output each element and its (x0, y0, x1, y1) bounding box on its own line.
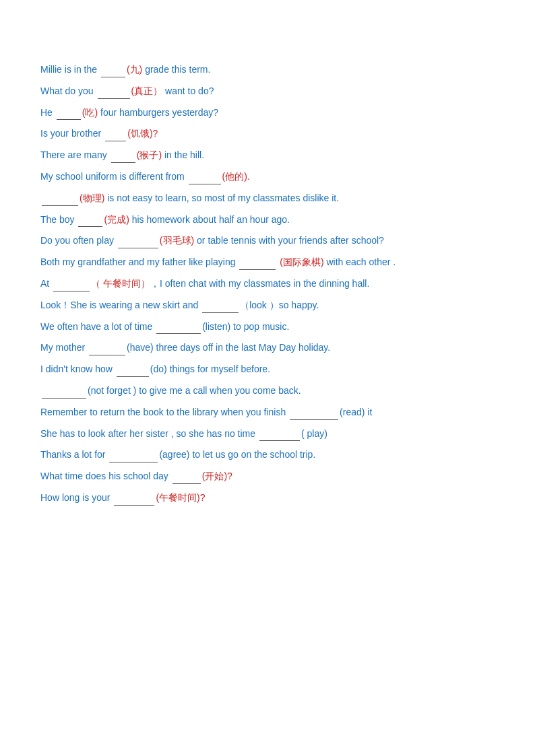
fill-blank[interactable] (101, 61, 125, 77)
fill-blank[interactable] (98, 82, 130, 99)
line-text: She has to look after her sister , so sh… (40, 428, 258, 439)
line-text: Remember to return the book to the libra… (40, 407, 288, 417)
fill-blank[interactable] (105, 125, 126, 141)
line-text: grade this term. (142, 64, 210, 75)
exercise-line-16: (not forget ) to give me a call when you… (40, 382, 495, 399)
line-text: (猴子) (137, 149, 162, 160)
line-text: He (40, 107, 55, 118)
fill-blank[interactable] (156, 318, 201, 335)
line-text: ( play) (301, 428, 327, 439)
line-text: The boy (40, 214, 77, 225)
exercise-line-5: There are many (猴子) in the hill. (40, 146, 495, 164)
line-text: At (40, 278, 52, 289)
fill-blank[interactable] (202, 296, 239, 313)
line-text: Do you often play (40, 235, 117, 246)
line-text: How long is your (40, 492, 113, 503)
exercise-line-3: He (吃) four hamburgers yesterday? (40, 104, 495, 121)
exercise-line-12: Look！She is wearing a new skirt and （loo… (40, 296, 495, 314)
fill-blank[interactable] (78, 211, 102, 228)
line-text: Is your brother (40, 128, 104, 139)
exercise-line-11: At （ 午餐时间），I often chat with my classmat… (40, 275, 495, 292)
fill-blank[interactable] (114, 489, 154, 506)
exercise-line-18: She has to look after her sister , so sh… (40, 425, 495, 442)
fill-blank[interactable] (117, 360, 149, 377)
exercise-line-6: My school uniform is different from (他的)… (40, 168, 495, 185)
line-text: (have) three days off in the last May Da… (127, 342, 330, 353)
exercise-line-1: Millie is in the (九) grade this term. (40, 61, 495, 78)
fill-blank[interactable] (290, 403, 338, 420)
line-text: (完成) (104, 214, 129, 225)
line-text: (饥饿)? (127, 128, 158, 139)
line-text: (物理) (80, 193, 104, 203)
exercise-line-10: Both my grandfather and my father like p… (40, 253, 495, 271)
fill-blank[interactable] (239, 253, 276, 270)
line-text: (do) things for myself before. (150, 364, 270, 374)
line-text: I didn't know how (40, 364, 115, 374)
line-text: What do you (40, 85, 96, 96)
fill-blank[interactable] (57, 104, 81, 121)
fill-blank[interactable] (189, 168, 221, 184)
line-text: (listen) to pop music. (202, 321, 289, 332)
fill-blank[interactable] (259, 425, 300, 442)
line-text: （look ）so happy. (240, 300, 319, 310)
line-text: （ 午餐时间） (91, 278, 150, 289)
exercise-line-15: I didn't know how (do) things for myself… (40, 360, 495, 378)
fill-blank[interactable] (109, 446, 158, 462)
line-text: (午餐时间)? (156, 492, 205, 503)
line-text: Thanks a lot for (40, 449, 108, 460)
line-text: (not forget ) to give me a call when you… (88, 385, 301, 396)
fill-blank[interactable] (118, 232, 158, 248)
exercise-line-17: Remember to return the book to the libra… (40, 403, 495, 421)
fill-blank[interactable] (89, 339, 125, 355)
line-text: My school uniform is different from (40, 171, 187, 182)
line-text: four hamburgers yesterday? (98, 107, 218, 118)
exercise-line-2: What do you (真正） want to do? (40, 82, 495, 100)
line-text: (国际象棋) (277, 256, 323, 267)
line-text: There are many (40, 149, 110, 160)
line-text: (read) it (340, 407, 372, 417)
exercise-line-8: The boy (完成) his homework about half an … (40, 211, 495, 228)
line-text: (羽毛球) (160, 235, 194, 246)
line-text: ，I often chat with my classmates in the … (150, 278, 369, 289)
line-text: want to do? (162, 85, 214, 96)
line-text: Look！She is wearing a new skirt and (40, 300, 201, 310)
line-text: (九) (127, 64, 142, 75)
line-text: (他的). (222, 171, 250, 182)
exercise-line-21: How long is your (午餐时间)? (40, 489, 495, 506)
line-text: with each other . (324, 256, 396, 267)
line-text: or table tennis with your friends after … (194, 235, 384, 246)
exercise-line-13: We often have a lot of time (listen) to … (40, 318, 495, 335)
line-text: What time does his school day (40, 471, 171, 481)
line-text: his homework about half an hour ago. (129, 214, 290, 225)
line-text: (吃) (82, 107, 98, 118)
fill-blank[interactable] (42, 189, 78, 206)
exercise-content: Millie is in the (九) grade this term.Wha… (40, 61, 495, 506)
exercise-line-7: (物理) is not easy to learn, so most of my… (40, 189, 495, 207)
exercise-line-14: My mother (have) three days off in the l… (40, 339, 495, 356)
fill-blank[interactable] (172, 467, 201, 484)
line-text: (agree) to let us go on the school trip. (159, 449, 315, 460)
line-text: in the hill. (162, 149, 204, 160)
line-text: We often have a lot of time (40, 321, 155, 332)
fill-blank[interactable] (42, 382, 86, 399)
exercise-line-20: What time does his school day (开始)? (40, 467, 495, 485)
fill-blank[interactable] (111, 146, 135, 163)
line-text: Both my grandfather and my father like p… (40, 256, 238, 267)
fill-blank[interactable] (53, 275, 90, 291)
exercise-line-9: Do you often play (羽毛球) or table tennis … (40, 232, 495, 249)
exercise-line-4: Is your brother (饥饿)? (40, 125, 495, 142)
line-text: is not easy to learn, so most of my clas… (104, 193, 339, 203)
line-text: (真正） (131, 85, 163, 96)
line-text: My mother (40, 342, 88, 353)
exercise-line-19: Thanks a lot for (agree) to let us go on… (40, 446, 495, 463)
line-text: Millie is in the (40, 64, 100, 75)
line-text: (开始)? (202, 471, 232, 481)
